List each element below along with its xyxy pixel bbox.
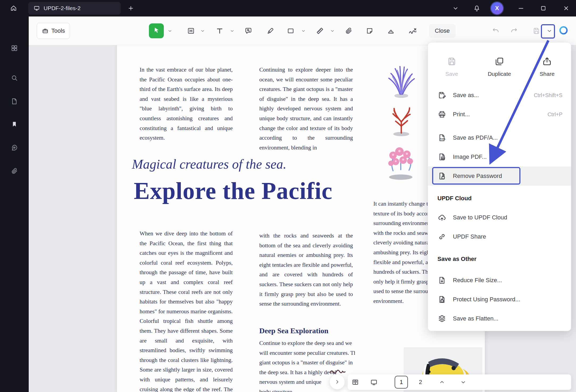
menu-item-label: Remove Password — [453, 173, 502, 180]
reader-view-button[interactable] — [351, 377, 360, 387]
home-button[interactable] — [7, 2, 20, 14]
anemone-image — [379, 61, 424, 99]
add-text-tool-button[interactable] — [214, 24, 226, 37]
ai-assistant-button[interactable] — [557, 24, 570, 37]
undo-icon — [492, 27, 499, 35]
page-number-next[interactable]: 2 — [416, 379, 424, 386]
shape-tool-chevron[interactable] — [300, 24, 307, 37]
toolbox-icon — [42, 27, 49, 34]
titlebar-right: X — [449, 2, 576, 14]
edit-tool-button[interactable] — [185, 24, 197, 37]
sidebar-item-apps[interactable] — [7, 41, 22, 55]
sticker-tool-button[interactable] — [364, 24, 375, 37]
cloud-upload-icon — [437, 213, 446, 222]
measure-tool-chevron[interactable] — [329, 24, 336, 37]
select-tool-button[interactable] — [149, 23, 164, 38]
stamp-tool-button[interactable] — [385, 24, 397, 37]
chevron-down-icon — [452, 5, 459, 11]
attach-tool-button[interactable] — [343, 24, 354, 37]
expand-controls-button[interactable] — [330, 374, 345, 389]
menu-item-label: UPDF Share — [453, 233, 486, 240]
menu-item-label: Save as Flatten... — [453, 315, 498, 322]
search-icon — [11, 74, 18, 82]
menu-item-save-as-pdfa[interactable]: PDF/A Save as PDF/A... — [428, 128, 571, 147]
right-line: texture of its body accord — [373, 209, 429, 219]
notifications-button[interactable] — [470, 2, 483, 14]
signature-tool-button[interactable] — [406, 24, 419, 37]
paragraph-bottom-mid: with the rocks and seaweeds at the botto… — [259, 231, 353, 309]
menu-item-save-to-cloud[interactable]: Save to UPDF Cloud — [428, 208, 571, 227]
duplicate-action-label: Duplicate — [488, 71, 511, 77]
sidebar — [0, 16, 29, 392]
close-document-button[interactable]: Close — [429, 24, 456, 38]
tools-button[interactable]: Tools — [37, 23, 70, 39]
section-updf-cloud: UPDF Cloud — [428, 189, 571, 208]
heading-italic: Magical creatures of the sea. — [132, 156, 286, 172]
save-as-icon — [437, 91, 446, 100]
duplicate-action[interactable]: Duplicate — [475, 49, 523, 84]
next-page-button[interactable] — [459, 377, 467, 387]
comments-icon — [11, 144, 18, 151]
measure-tool-button[interactable] — [314, 24, 326, 37]
link-icon — [437, 232, 446, 241]
avatar[interactable]: X — [491, 2, 503, 14]
select-tool-chevron[interactable] — [167, 24, 173, 37]
sidebar-item-attachments[interactable] — [7, 164, 22, 178]
presentation-icon — [370, 378, 378, 386]
menu-item-label: Reduce File Size... — [453, 277, 502, 284]
menu-item-reduce-file-size[interactable]: Reduce File Size... — [428, 271, 571, 290]
add-text-icon — [216, 27, 224, 35]
close-label: Close — [435, 27, 450, 34]
deep-line: giant octopus is a "master of disguise" … — [259, 358, 355, 368]
new-tab-button[interactable] — [125, 2, 137, 14]
menu-item-save-as-flatten[interactable]: Save as Flatten... — [428, 309, 571, 328]
save-action-label: Save — [445, 71, 458, 77]
deep-line: Continue to explore the deep sea and we — [259, 338, 355, 348]
save-dropdown-button[interactable] — [544, 24, 555, 37]
share-action[interactable]: Share — [523, 49, 571, 84]
sidebar-item-pages[interactable] — [7, 94, 22, 109]
menu-item-print[interactable]: Print... Ctrl+P — [428, 105, 571, 124]
right-line: used to sense the surroun — [373, 286, 429, 296]
stamp-icon — [387, 27, 395, 35]
updf-logo-button[interactable] — [7, 390, 22, 392]
menu-item-image-pdf[interactable]: Image PDF... — [428, 147, 571, 166]
right-line: ambushing prey. Its eight — [373, 248, 429, 257]
comment-search-tool-button[interactable] — [243, 24, 254, 37]
menu-item-protect-password[interactable]: Protect Using Password... — [428, 290, 571, 309]
menu-item-shortcut: Ctrl+Shift+S — [534, 92, 562, 98]
titlebar: UPDF-2-files-2 X — [0, 0, 576, 16]
page-number-current[interactable]: 1 — [395, 376, 408, 389]
edit-tool-chevron[interactable] — [199, 24, 206, 37]
sidebar-item-comments[interactable] — [7, 140, 22, 155]
tools-label: Tools — [51, 27, 65, 34]
comment-search-icon — [244, 27, 252, 35]
right-line: flexible and powerful, an — [373, 257, 429, 267]
sticker-icon — [366, 27, 374, 35]
menu-item-save-as[interactable]: Save as... Ctrl+Shift+S — [428, 86, 571, 105]
undo-button[interactable] — [490, 24, 502, 37]
close-window-button[interactable] — [560, 2, 573, 14]
presentation-button[interactable] — [369, 377, 378, 387]
menu-item-label: Save as PDF/A... — [453, 134, 498, 141]
svg-text:PDF/A: PDF/A — [440, 138, 445, 140]
add-text-chevron[interactable] — [229, 24, 235, 37]
bookmark-icon — [11, 121, 18, 129]
attachment-icon — [345, 27, 353, 35]
tab-list-button[interactable] — [449, 2, 462, 14]
menu-item-remove-password[interactable]: Remove Password — [428, 166, 571, 186]
previous-page-button[interactable] — [438, 377, 446, 387]
sidebar-item-search[interactable] — [7, 71, 22, 85]
pen-tool-button[interactable] — [265, 24, 276, 37]
menu-item-updf-share[interactable]: UPDF Share — [428, 227, 571, 246]
pink-coral-image — [377, 139, 424, 181]
redo-button[interactable] — [508, 24, 520, 37]
sidebar-item-bookmarks[interactable] — [7, 118, 22, 132]
minimize-button[interactable] — [514, 2, 528, 14]
maximize-button[interactable] — [537, 2, 550, 14]
save-icon — [447, 56, 457, 66]
right-line: surrounding environment — [373, 218, 429, 228]
chevron-down-icon — [460, 379, 466, 385]
shape-tool-button[interactable] — [285, 24, 297, 37]
document-tab[interactable]: UPDF-2-files-2 — [28, 2, 121, 15]
